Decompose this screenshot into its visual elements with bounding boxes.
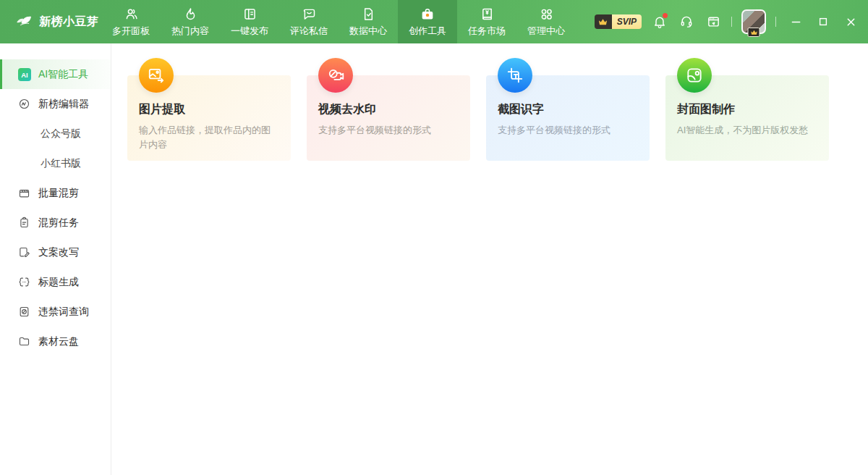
sidebar-item-label: 文案改写 — [38, 246, 79, 259]
app-header: 新榜小豆芽 多开面板 热门内容 — [0, 0, 868, 43]
card-screenshot-ocr[interactable]: 截图识字 支持多平台视频链接的形式 — [486, 75, 650, 161]
tab-one-click-publish[interactable]: 一键发布 — [220, 0, 279, 43]
data-doc-icon — [360, 7, 376, 22]
tab-label: 数据中心 — [349, 25, 387, 38]
sidebar-item-mixcut-tasks[interactable]: 混剪任务 — [0, 208, 111, 238]
grid-icon — [538, 7, 554, 22]
tab-label: 一键发布 — [231, 25, 268, 38]
users-icon — [123, 7, 139, 22]
headset-icon — [679, 14, 694, 29]
image-extract-icon — [139, 58, 174, 93]
tab-data-center[interactable]: 数据中心 — [339, 0, 398, 43]
sidebar-item-banned-words[interactable]: 违禁词查询 — [0, 297, 111, 327]
sidebar: AI AI智能工具 新榜编辑器 公众号版 小红书版 — [0, 43, 111, 475]
divider — [775, 17, 776, 27]
rewrite-pen-icon — [18, 246, 30, 258]
card-video-watermark-remove[interactable]: 视频去水印 支持多平台视频链接的形式 — [307, 75, 470, 161]
tab-label: 创作工具 — [409, 25, 446, 38]
tab-label: 多开面板 — [112, 25, 150, 38]
sidebar-item-label: 混剪任务 — [38, 217, 79, 230]
tab-creation-tools[interactable]: 创作工具 — [398, 0, 457, 43]
app-logo: 新榜小豆芽 — [0, 0, 101, 43]
close-button[interactable] — [843, 14, 858, 29]
tab-label: 评论私信 — [290, 25, 328, 38]
sidebar-item-wechat-version[interactable]: 公众号版 — [0, 119, 111, 148]
tool-cards: 图片提取 输入作品链接，提取作品内的图片内容 视频去水印 支持多平台视频链接的形… — [127, 75, 868, 161]
card-description: 输入作品链接，提取作品内的图片内容 — [139, 123, 279, 152]
folder-icon — [18, 335, 30, 348]
tab-task-market[interactable]: 任务市场 — [457, 0, 516, 43]
screenshot-ocr-icon — [498, 58, 532, 93]
sidebar-item-batch-mixcut[interactable]: 批量混剪 — [0, 178, 111, 208]
avatar[interactable] — [741, 9, 766, 34]
sidebar-item-material-cloud[interactable]: 素材云盘 — [0, 327, 111, 356]
tab-multi-panel[interactable]: 多开面板 — [101, 0, 161, 43]
ai-badge-icon: AI — [18, 68, 30, 80]
app-window: 新榜小豆芽 多开面板 热门内容 — [0, 0, 868, 475]
svip-label: SVIP — [612, 14, 642, 29]
clapperboard-icon — [18, 187, 30, 199]
banned-word-icon — [18, 306, 30, 318]
notification-dot — [663, 13, 668, 18]
main-content: 图片提取 输入作品链接，提取作品内的图片内容 视频去水印 支持多平台视频链接的形… — [111, 43, 868, 475]
sidebar-item-label: 标题生成 — [38, 276, 79, 289]
window-controls — [788, 14, 858, 29]
sidebar-item-label: 公众号版 — [41, 127, 81, 140]
avatar-crown-badge — [748, 28, 760, 37]
toolbox-icon — [420, 7, 435, 22]
card-image-extract[interactable]: 图片提取 输入作品链接，提取作品内的图片内容 — [127, 75, 291, 161]
video-watermark-remove-icon — [318, 58, 353, 93]
flame-icon — [182, 7, 198, 22]
clipboard-icon — [18, 217, 30, 229]
tab-label: 任务市场 — [468, 25, 506, 38]
minimize-button[interactable] — [788, 14, 803, 29]
sidebar-item-xinbang-editor[interactable]: 新榜编辑器 — [0, 89, 111, 119]
minimize-icon — [791, 17, 801, 28]
window-panel-icon — [706, 14, 721, 29]
chat-icon — [301, 7, 317, 22]
sidebar-item-copy-rewrite[interactable]: 文案改写 — [0, 238, 111, 267]
divider — [731, 17, 732, 27]
card-description: 支持多平台视频链接的形式 — [498, 123, 638, 138]
market-book-icon — [479, 7, 495, 22]
card-cover-maker[interactable]: 封面图制作 AI智能生成，不为图片版权发愁 — [665, 75, 829, 161]
header-actions: SVIP — [595, 0, 868, 43]
app-title: 新榜小豆芽 — [39, 14, 99, 30]
maximize-button[interactable] — [816, 14, 830, 29]
sidebar-item-label: 素材云盘 — [38, 335, 79, 348]
sidebar-item-label: 违禁词查询 — [38, 306, 89, 319]
card-description: AI智能生成，不为图片版权发愁 — [677, 123, 817, 138]
card-description: 支持多平台视频链接的形式 — [318, 123, 459, 138]
publish-panel-icon — [242, 7, 258, 22]
mini-window-button[interactable] — [705, 13, 722, 30]
svip-badge[interactable]: SVIP — [595, 14, 642, 29]
sidebar-item-xiaohongshu-version[interactable]: 小红书版 — [0, 148, 111, 178]
cover-maker-icon — [677, 58, 712, 93]
maximize-icon — [818, 17, 828, 27]
app-body: AI AI智能工具 新榜编辑器 公众号版 小红书版 — [0, 43, 868, 475]
sidebar-item-label: 新榜编辑器 — [38, 98, 89, 111]
sidebar-item-title-generator[interactable]: 标题生成 — [0, 267, 111, 297]
sidebar-item-label: 小红书版 — [41, 157, 81, 170]
title-brackets-icon — [18, 276, 30, 288]
logo-sprout-icon — [14, 13, 33, 30]
close-icon — [846, 17, 856, 28]
notifications-button[interactable] — [651, 13, 668, 30]
tab-label: 管理中心 — [527, 25, 565, 38]
sidebar-item-label: AI智能工具 — [38, 68, 88, 81]
crown-icon — [595, 14, 612, 29]
sidebar-item-label: 批量混剪 — [38, 187, 79, 200]
main-nav: 多开面板 热门内容 一键发布 — [101, 0, 576, 43]
tab-hot-content[interactable]: 热门内容 — [161, 0, 220, 43]
sidebar-item-ai-tools[interactable]: AI AI智能工具 — [0, 59, 111, 89]
tab-label: 热门内容 — [171, 25, 209, 38]
support-button[interactable] — [678, 13, 695, 30]
editor-icon — [18, 98, 30, 110]
tab-admin-center[interactable]: 管理中心 — [516, 0, 576, 43]
tab-comments-dm[interactable]: 评论私信 — [279, 0, 339, 43]
